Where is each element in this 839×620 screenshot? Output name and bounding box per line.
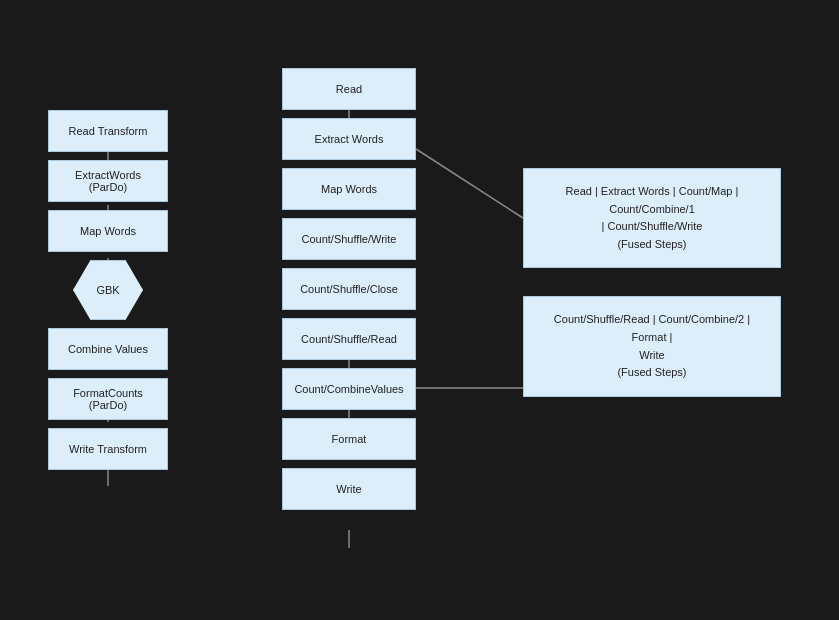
combine-values-label: Combine Values xyxy=(68,343,148,355)
write-mid-label: Write xyxy=(336,483,361,495)
fused-steps-1-box: Read | Extract Words | Count/Map | Count… xyxy=(523,168,781,268)
format-mid-box: Format xyxy=(282,418,416,460)
read-mid-label: Read xyxy=(336,83,362,95)
format-counts-pardo-box: FormatCounts(ParDo) xyxy=(48,378,168,420)
fused-steps-1-label: Read | Extract Words | Count/Map | Count… xyxy=(540,183,764,253)
write-mid-box: Write xyxy=(282,468,416,510)
combine-values-box: Combine Values xyxy=(48,328,168,370)
left-column: Read Transform ExtractWords(ParDo) Map W… xyxy=(48,110,168,470)
extract-words-mid-label: Extract Words xyxy=(315,133,384,145)
count-shuffle-write-box: Count/Shuffle/Write xyxy=(282,218,416,260)
count-combine-values-label: Count/CombineValues xyxy=(294,383,403,395)
gbk-hexagon: GBK xyxy=(73,260,143,320)
count-shuffle-close-box: Count/Shuffle/Close xyxy=(282,268,416,310)
extract-words-mid-box: Extract Words xyxy=(282,118,416,160)
read-transform-label: Read Transform xyxy=(69,125,148,137)
count-shuffle-read-box: Count/Shuffle/Read xyxy=(282,318,416,360)
read-transform-box: Read Transform xyxy=(48,110,168,152)
write-transform-label: Write Transform xyxy=(69,443,147,455)
count-combine-values-box: Count/CombineValues xyxy=(282,368,416,410)
fused-steps-2-label: Count/Shuffle/Read | Count/Combine/2 | F… xyxy=(540,311,764,381)
extract-words-pardo-label: ExtractWords(ParDo) xyxy=(75,169,141,193)
write-transform-box: Write Transform xyxy=(48,428,168,470)
map-words-mid-box: Map Words xyxy=(282,168,416,210)
svg-line-14 xyxy=(416,149,523,218)
map-words-mid-label: Map Words xyxy=(321,183,377,195)
count-shuffle-read-label: Count/Shuffle/Read xyxy=(301,333,397,345)
count-shuffle-write-label: Count/Shuffle/Write xyxy=(302,233,397,245)
right-column: Read | Extract Words | Count/Map | Count… xyxy=(523,168,781,397)
format-counts-pardo-label: FormatCounts(ParDo) xyxy=(73,387,143,411)
gbk-label: GBK xyxy=(96,284,119,296)
map-words-label: Map Words xyxy=(80,225,136,237)
map-words-box: Map Words xyxy=(48,210,168,252)
format-mid-label: Format xyxy=(332,433,367,445)
count-shuffle-close-label: Count/Shuffle/Close xyxy=(300,283,398,295)
mid-column: Read Extract Words Map Words Count/Shuff… xyxy=(282,68,416,510)
read-mid-box: Read xyxy=(282,68,416,110)
diagram-container: Read Transform ExtractWords(ParDo) Map W… xyxy=(0,0,839,620)
fused-steps-2-box: Count/Shuffle/Read | Count/Combine/2 | F… xyxy=(523,296,781,396)
extract-words-pardo-box: ExtractWords(ParDo) xyxy=(48,160,168,202)
